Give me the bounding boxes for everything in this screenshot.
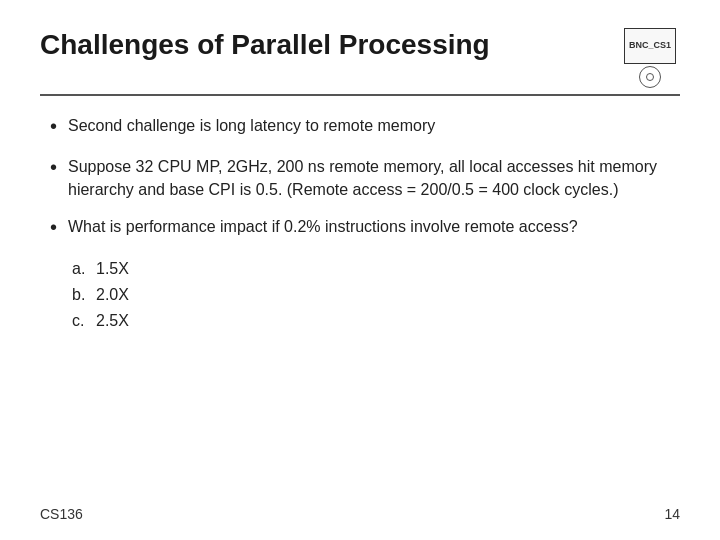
bullet-item-3: • What is performance impact if 0.2% ins…	[50, 215, 680, 242]
bullet-item-2: • Suppose 32 CPU MP, 2GHz, 200 ns remote…	[50, 155, 680, 201]
header-divider	[40, 94, 680, 96]
bullet-text-1: Second challenge is long latency to remo…	[68, 114, 680, 137]
logo-inner-circle	[646, 73, 654, 81]
sub-label-b: b.	[72, 282, 90, 308]
sub-item-b: b. 2.0X	[72, 282, 680, 308]
logo-box: BNC_CS1	[624, 28, 676, 64]
page-number: 14	[664, 506, 680, 522]
bullet-dot-3: •	[50, 213, 68, 242]
slide: Challenges of Parallel Processing BNC_CS…	[0, 0, 720, 540]
sub-item-c: c. 2.5X	[72, 308, 680, 334]
bullet-text-3: What is performance impact if 0.2% instr…	[68, 215, 680, 238]
sub-value-a: 1.5X	[96, 256, 129, 282]
bullet-dot-1: •	[50, 112, 68, 141]
logo-area: BNC_CS1	[620, 28, 680, 88]
logo-text: BNC_CS1	[629, 41, 671, 51]
bullet-item-1: • Second challenge is long latency to re…	[50, 114, 680, 141]
logo-circle	[639, 66, 661, 88]
course-label: CS136	[40, 506, 83, 522]
slide-title: Challenges of Parallel Processing	[40, 28, 490, 62]
bullet-dot-2: •	[50, 153, 68, 182]
bullet-text-2: Suppose 32 CPU MP, 2GHz, 200 ns remote m…	[68, 155, 680, 201]
slide-content: • Second challenge is long latency to re…	[40, 114, 680, 333]
bullet-section: • Second challenge is long latency to re…	[50, 114, 680, 242]
sub-item-a: a. 1.5X	[72, 256, 680, 282]
sub-value-c: 2.5X	[96, 308, 129, 334]
slide-header: Challenges of Parallel Processing BNC_CS…	[40, 28, 680, 88]
slide-footer: CS136 14	[40, 506, 680, 522]
sub-label-a: a.	[72, 256, 90, 282]
sub-value-b: 2.0X	[96, 282, 129, 308]
sub-label-c: c.	[72, 308, 90, 334]
sub-list: a. 1.5X b. 2.0X c. 2.5X	[72, 256, 680, 333]
